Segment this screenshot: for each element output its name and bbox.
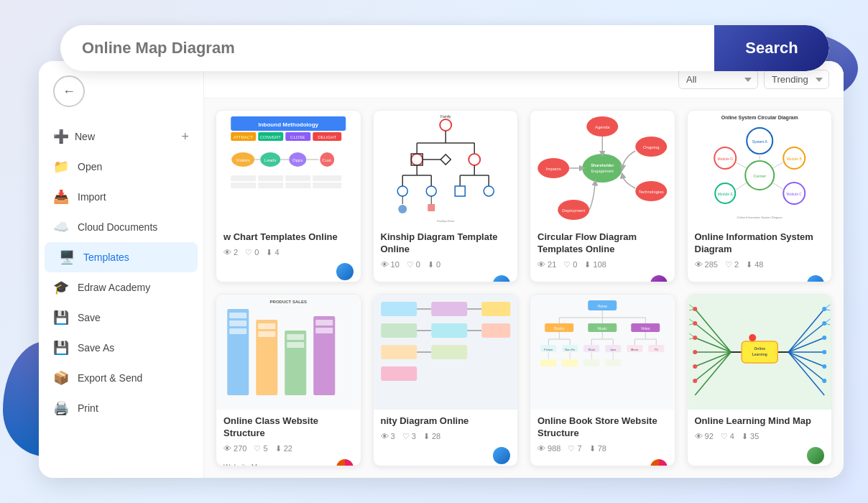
svg-text:Technologies: Technologies bbox=[639, 190, 664, 194]
views-stat: 👁 3 bbox=[381, 432, 395, 440]
downloads-stat: ⬇ 22 bbox=[275, 444, 292, 453]
card-info: Online Class Website Structure 👁 270 ♡ 5… bbox=[216, 410, 361, 459]
sidebar-item-print[interactable]: 🖨️ Print bbox=[39, 393, 203, 423]
downloads-stat: ⬇ 108 bbox=[584, 260, 606, 269]
template-card-info-system[interactable]: Online System Circular Diagram Center Sy… bbox=[687, 110, 833, 282]
svg-text:Movie: Movie bbox=[631, 348, 639, 351]
svg-point-198 bbox=[693, 350, 697, 354]
svg-point-195 bbox=[693, 307, 697, 311]
svg-rect-93 bbox=[256, 320, 277, 395]
template-card-kinship[interactable]: Family Kinship Chart Kinship Diagram Tem… bbox=[373, 110, 519, 282]
search-button[interactable]: Search bbox=[714, 25, 829, 71]
downloads-stat: ⬇ 35 bbox=[742, 432, 759, 441]
svg-rect-24 bbox=[285, 183, 310, 188]
svg-text:Leads: Leads bbox=[264, 158, 276, 162]
sort-filter[interactable]: Trending Newest Popular bbox=[764, 70, 829, 89]
sidebar-label-templates: Templates bbox=[83, 251, 129, 263]
svg-rect-102 bbox=[287, 342, 304, 348]
card-preview-kinship: Family Kinship Chart bbox=[374, 111, 518, 226]
likes-stat: ♡ 5 bbox=[254, 444, 267, 453]
downloads-stat: ⬇ 4 bbox=[266, 248, 279, 257]
card-preview-class-website: PRODUCT SALES bbox=[216, 295, 361, 410]
cloud-icon: ☁️ bbox=[53, 219, 69, 235]
sidebar-item-saveas[interactable]: 💾 Save As bbox=[39, 333, 203, 363]
template-card-book-store[interactable]: Home Books Music Video bbox=[530, 294, 675, 466]
svg-text:Engagement: Engagement bbox=[591, 169, 614, 173]
card-preview-community bbox=[374, 295, 518, 410]
template-card-mind-map[interactable]: Online Learning bbox=[687, 294, 833, 466]
svg-text:Music: Music bbox=[598, 326, 608, 331]
svg-text:DELIGHT: DELIGHT bbox=[318, 135, 336, 139]
svg-text:CONVERT: CONVERT bbox=[260, 135, 282, 139]
svg-point-201 bbox=[822, 307, 826, 311]
avatar bbox=[336, 263, 354, 280]
card-footer bbox=[688, 275, 832, 282]
downloads-stat: ⬇ 78 bbox=[589, 444, 606, 453]
svg-rect-161 bbox=[562, 359, 578, 366]
views-stat: 👁 988 bbox=[537, 444, 560, 453]
sidebar-label-save: Save bbox=[78, 312, 101, 323]
views-stat: 👁 92 bbox=[695, 432, 714, 440]
svg-text:CLOSE: CLOSE bbox=[290, 135, 305, 139]
content-area: All Flowchart Mind Map ER Diagram Trendi… bbox=[204, 61, 844, 478]
template-card-community[interactable]: nity Diagram Online 👁 3 ♡ 3 ⬇ 28 bbox=[373, 294, 519, 466]
card-title: Online Information System Diagram bbox=[695, 231, 825, 256]
card-footer bbox=[374, 275, 518, 282]
sidebar-item-import[interactable]: 📥 Import bbox=[39, 182, 203, 212]
svg-rect-114 bbox=[431, 323, 467, 338]
svg-rect-23 bbox=[285, 175, 310, 181]
views-stat: 👁 270 bbox=[223, 444, 246, 453]
svg-rect-113 bbox=[431, 302, 467, 316]
svg-rect-109 bbox=[381, 366, 417, 381]
svg-rect-98 bbox=[229, 328, 246, 334]
template-card-class-website[interactable]: PRODUCT SALES bbox=[216, 294, 361, 466]
likes-stat: ♡ 2 bbox=[725, 260, 739, 269]
svg-point-205 bbox=[822, 364, 826, 369]
card-title: w Chart Templates Online bbox=[223, 231, 354, 244]
template-card-flow-chart[interactable]: Inbound Methodology ATTRACT CONVERT CLOS… bbox=[216, 110, 361, 282]
sidebar-item-save[interactable]: 💾 Save bbox=[39, 303, 203, 333]
svg-rect-163 bbox=[583, 359, 599, 366]
sidebar-item-new[interactable]: ➕ New + bbox=[39, 121, 203, 152]
svg-rect-94 bbox=[285, 331, 306, 395]
svg-text:Opps: Opps bbox=[292, 158, 303, 162]
svg-text:Non-Fic: Non-Fic bbox=[565, 348, 575, 351]
sidebar-item-templates[interactable]: 🖥️ Templates bbox=[45, 242, 198, 272]
avatar bbox=[336, 459, 354, 466]
svg-rect-101 bbox=[287, 334, 304, 340]
search-input[interactable]: Online Map Diagram bbox=[60, 39, 714, 57]
svg-rect-159 bbox=[540, 359, 556, 366]
card-stats: 👁 21 ♡ 0 ⬇ 108 bbox=[537, 260, 668, 269]
card-stats: 👁 2 ♡ 0 ⬇ 4 bbox=[223, 248, 354, 257]
sidebar-item-academy[interactable]: 🎓 Edraw Academy bbox=[39, 272, 203, 303]
card-footer bbox=[530, 275, 675, 282]
back-button[interactable]: ← bbox=[53, 75, 85, 107]
card-footer bbox=[374, 447, 518, 466]
sidebar-item-export[interactable]: 📦 Export & Send bbox=[39, 363, 203, 393]
card-info: w Chart Templates Online 👁 2 ♡ 0 ⬇ 4 bbox=[216, 226, 361, 263]
sidebar-item-cloud[interactable]: ☁️ Cloud Documents bbox=[39, 212, 203, 242]
sidebar-item-open[interactable]: 📁 Open bbox=[39, 152, 203, 182]
card-stats: 👁 988 ♡ 7 ⬇ 78 bbox=[537, 444, 668, 453]
sidebar-label-print: Print bbox=[78, 402, 98, 414]
svg-rect-99 bbox=[258, 323, 275, 329]
svg-rect-20 bbox=[231, 183, 256, 188]
downloads-stat: ⬇ 28 bbox=[423, 432, 440, 441]
svg-text:Home: Home bbox=[598, 304, 608, 308]
svg-rect-19 bbox=[231, 175, 256, 181]
svg-text:Rock: Rock bbox=[588, 348, 595, 351]
sidebar-label-saveas: Save As bbox=[78, 342, 114, 354]
svg-rect-26 bbox=[313, 183, 341, 188]
card-footer bbox=[688, 447, 832, 466]
new-icon: ➕ bbox=[53, 129, 69, 144]
main-panel: ← ➕ New + 📁 Open 📥 Import ☁️ Cloud Docum… bbox=[39, 61, 844, 478]
category-filter[interactable]: All Flowchart Mind Map ER Diagram bbox=[678, 70, 758, 89]
likes-stat: ♡ 4 bbox=[721, 432, 734, 441]
svg-rect-165 bbox=[605, 359, 621, 366]
likes-stat: ♡ 7 bbox=[568, 444, 581, 453]
likes-stat: ♡ 0 bbox=[407, 260, 420, 269]
card-stats: 👁 10 ♡ 0 ⬇ 0 bbox=[381, 260, 511, 269]
avatar bbox=[493, 275, 510, 282]
svg-text:PRODUCT SALES: PRODUCT SALES bbox=[270, 300, 307, 304]
template-card-circular[interactable]: Shareholder Engagement Agenda Impacts On… bbox=[530, 110, 675, 282]
